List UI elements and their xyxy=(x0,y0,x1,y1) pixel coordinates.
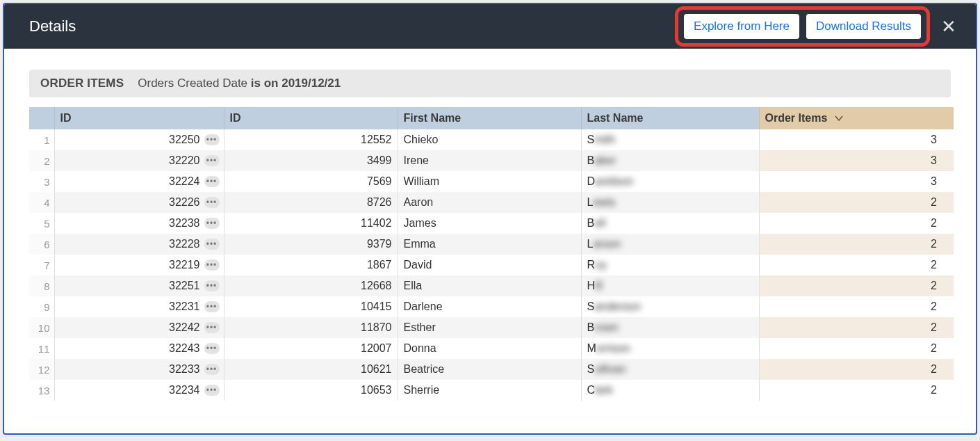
cell-id1[interactable]: 32233••• xyxy=(54,359,224,380)
cell-order-items[interactable]: 2 xyxy=(759,213,954,234)
cell-order-items[interactable]: 2 xyxy=(759,338,954,359)
cell-last-name[interactable]: Sullivan xyxy=(581,359,759,380)
cell-first-name[interactable]: Chieko xyxy=(398,129,581,150)
cell-first-name[interactable]: Emma xyxy=(398,234,581,255)
table-row: 532238•••11402JamesBell2 xyxy=(29,213,954,234)
cell-order-items[interactable]: 2 xyxy=(759,192,954,213)
cell-first-name[interactable]: Darlene xyxy=(398,296,581,317)
more-icon[interactable]: ••• xyxy=(204,218,220,229)
cell-first-name[interactable]: Aaron xyxy=(398,192,581,213)
cell-id2[interactable]: 9379 xyxy=(224,234,398,255)
cell-id1[interactable]: 32250••• xyxy=(54,129,224,150)
cell-last-name[interactable]: Roy xyxy=(581,255,759,275)
cell-id2[interactable]: 10621 xyxy=(224,359,398,380)
cell-id1[interactable]: 32234••• xyxy=(54,380,224,401)
filter-prefix: Orders Created Date xyxy=(138,77,251,90)
table-row: 732219•••1867DavidRoy2 xyxy=(29,255,954,275)
row-number: 6 xyxy=(29,234,54,255)
row-number: 7 xyxy=(29,255,54,275)
cell-id2[interactable]: 3499 xyxy=(224,150,398,171)
cell-id2[interactable]: 1867 xyxy=(224,255,398,275)
cell-last-name[interactable]: Hill xyxy=(581,275,759,296)
cell-first-name[interactable]: Ella xyxy=(398,275,581,296)
cell-id1[interactable]: 32219••• xyxy=(54,255,224,275)
highlight-annotation: Explore from Here Download Results xyxy=(675,6,930,47)
cell-id2[interactable]: 7569 xyxy=(224,171,398,192)
cell-id1[interactable]: 32251••• xyxy=(54,275,224,296)
row-number: 11 xyxy=(29,338,54,359)
cell-order-items[interactable]: 2 xyxy=(759,234,954,255)
cell-order-items[interactable]: 3 xyxy=(759,129,954,150)
cell-order-items[interactable]: 2 xyxy=(759,296,954,317)
cell-order-items[interactable]: 3 xyxy=(759,150,954,171)
cell-first-name[interactable]: Irene xyxy=(398,150,581,171)
more-icon[interactable]: ••• xyxy=(204,134,220,145)
more-icon[interactable]: ••• xyxy=(204,280,220,291)
more-icon[interactable]: ••• xyxy=(204,364,220,375)
more-icon[interactable]: ••• xyxy=(204,301,220,312)
download-results-button[interactable]: Download Results xyxy=(806,14,921,39)
cell-id2[interactable]: 12668 xyxy=(224,275,398,296)
cell-id1[interactable]: 32224••• xyxy=(54,171,224,192)
modal-title: Details xyxy=(29,17,76,35)
cell-first-name[interactable]: Beatrice xyxy=(398,359,581,380)
cell-order-items[interactable]: 2 xyxy=(759,380,954,401)
cell-order-items[interactable]: 2 xyxy=(759,275,954,296)
cell-id2[interactable]: 10653 xyxy=(224,380,398,401)
cell-id2[interactable]: 10415 xyxy=(224,296,398,317)
cell-first-name[interactable]: James xyxy=(398,213,581,234)
close-icon[interactable]: ✕ xyxy=(940,17,958,35)
col-order-items[interactable]: Order Items xyxy=(759,107,954,129)
explore-from-here-button[interactable]: Explore from Here xyxy=(684,14,799,39)
cell-last-name[interactable]: Baker xyxy=(581,150,759,171)
cell-last-name[interactable]: Brown xyxy=(581,317,759,338)
col-id2[interactable]: ID xyxy=(224,107,398,129)
more-icon[interactable]: ••• xyxy=(204,259,220,271)
cell-last-name[interactable]: Davidson xyxy=(581,171,759,192)
cell-id1[interactable]: 32231••• xyxy=(54,296,224,317)
more-icon[interactable]: ••• xyxy=(204,176,220,187)
cell-last-name[interactable]: Morrison xyxy=(581,338,759,359)
more-icon[interactable]: ••• xyxy=(204,197,220,208)
more-icon[interactable]: ••• xyxy=(204,343,220,354)
cell-id1[interactable]: 32220••• xyxy=(54,150,224,171)
more-icon[interactable]: ••• xyxy=(204,322,220,333)
more-icon[interactable]: ••• xyxy=(204,155,220,166)
col-last-name[interactable]: Last Name xyxy=(581,107,759,129)
cell-id1[interactable]: 32238••• xyxy=(54,213,224,234)
table-row: 832251•••12668EllaHill2 xyxy=(29,275,954,296)
cell-id2[interactable]: 8726 xyxy=(224,192,398,213)
row-number: 9 xyxy=(29,296,54,317)
cell-first-name[interactable]: William xyxy=(398,171,581,192)
cell-last-name[interactable]: Sanderson xyxy=(581,296,759,317)
cell-last-name[interactable]: Clark xyxy=(581,380,759,401)
cell-id1[interactable]: 32228••• xyxy=(54,234,224,255)
more-icon[interactable]: ••• xyxy=(204,385,220,396)
cell-first-name[interactable]: David xyxy=(398,255,581,275)
cell-last-name[interactable]: Smith xyxy=(581,129,759,150)
cell-id2[interactable]: 12007 xyxy=(224,338,398,359)
table-row: 432226•••8726AaronLewis2 xyxy=(29,192,954,213)
cell-first-name[interactable]: Esther xyxy=(398,317,581,338)
cell-first-name[interactable]: Donna xyxy=(398,338,581,359)
filter-group-label: ORDER ITEMS xyxy=(40,77,124,90)
cell-id1[interactable]: 32243••• xyxy=(54,338,224,359)
cell-order-items[interactable]: 3 xyxy=(759,171,954,192)
cell-last-name[interactable]: Larson xyxy=(581,234,759,255)
cell-order-items[interactable]: 2 xyxy=(759,317,954,338)
cell-id1[interactable]: 32242••• xyxy=(54,317,224,338)
row-number: 4 xyxy=(29,192,54,213)
cell-id1[interactable]: 32226••• xyxy=(54,192,224,213)
cell-id2[interactable]: 11402 xyxy=(224,213,398,234)
table-row: 332224•••7569WilliamDavidson3 xyxy=(29,171,954,192)
col-first-name[interactable]: First Name xyxy=(398,107,581,129)
cell-id2[interactable]: 12552 xyxy=(224,129,398,150)
cell-last-name[interactable]: Bell xyxy=(581,213,759,234)
cell-last-name[interactable]: Lewis xyxy=(581,192,759,213)
cell-first-name[interactable]: Sherrie xyxy=(398,380,581,401)
cell-order-items[interactable]: 2 xyxy=(759,359,954,380)
more-icon[interactable]: ••• xyxy=(204,239,220,250)
cell-order-items[interactable]: 2 xyxy=(759,255,954,275)
cell-id2[interactable]: 11870 xyxy=(224,317,398,338)
col-id1[interactable]: ID xyxy=(54,107,224,129)
